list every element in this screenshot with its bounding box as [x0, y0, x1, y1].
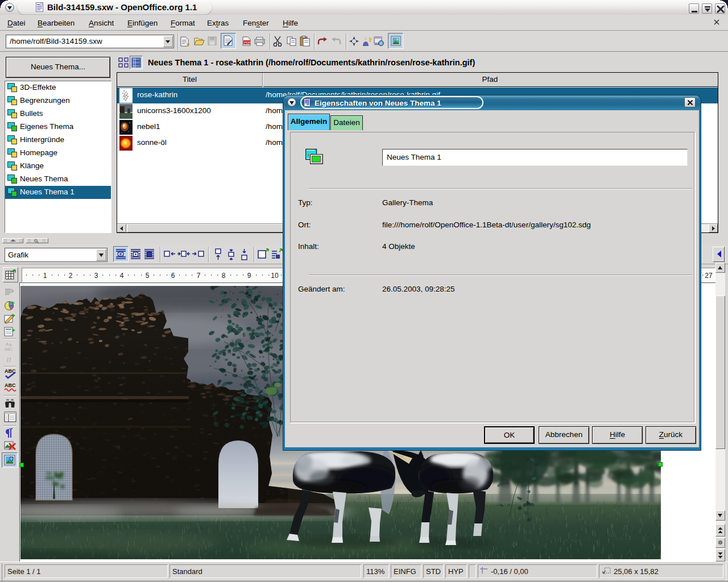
svg-text:ABC: ABC — [5, 347, 13, 351]
svg-text:A: A — [6, 342, 9, 347]
svg-text:2: 2 — [69, 272, 73, 280]
svg-text:27: 27 — [705, 272, 713, 280]
svg-text:8: 8 — [222, 272, 226, 280]
svg-text:1: 1 — [43, 272, 47, 280]
svg-text:3: 3 — [94, 272, 98, 280]
svg-text:7: 7 — [197, 272, 201, 280]
svg-text:II: II — [6, 355, 11, 364]
svg-text:ABC: ABC — [5, 383, 16, 388]
svg-text:10: 10 — [271, 272, 279, 280]
svg-text:6: 6 — [171, 272, 175, 280]
svg-text:9: 9 — [247, 272, 251, 280]
svg-text:5: 5 — [146, 272, 150, 280]
svg-text:4: 4 — [120, 272, 124, 280]
svg-text:PDF: PDF — [244, 41, 251, 44]
